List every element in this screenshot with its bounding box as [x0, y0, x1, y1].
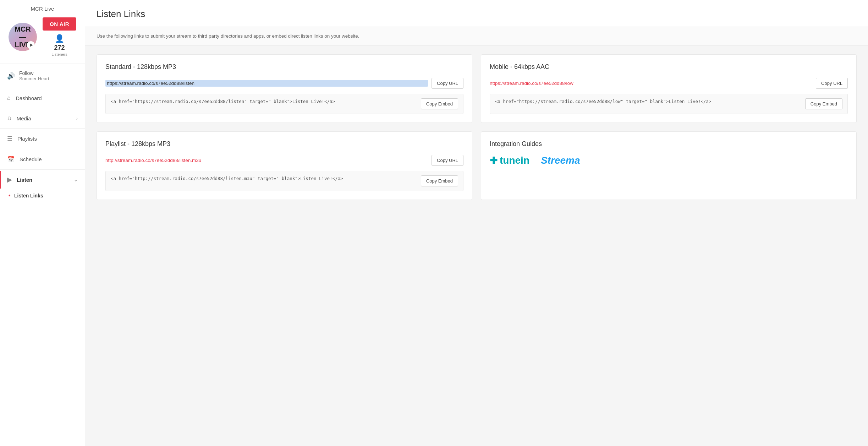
- tunein-label: tunein: [500, 155, 529, 166]
- streema-label: Streema: [541, 155, 580, 166]
- volume-icon: 🔊: [7, 72, 15, 80]
- music-icon: ♫: [7, 115, 12, 122]
- playlists-label: Playlists: [17, 136, 37, 142]
- sidebar-item-media[interactable]: ♫ Media ›: [0, 110, 85, 127]
- integration-logos: ✚ tunein Streema: [490, 155, 848, 166]
- streema-logo[interactable]: Streema: [541, 155, 580, 166]
- mobile-copy-url-button[interactable]: Copy URL: [816, 78, 848, 89]
- on-air-button[interactable]: ON AIR: [43, 17, 76, 31]
- dashboard-label: Dashboard: [16, 95, 42, 101]
- page-title: Listen Links: [97, 9, 857, 20]
- divider-1: [0, 64, 85, 64]
- mobile-copy-embed-button[interactable]: Copy Embed: [805, 98, 842, 109]
- list-icon: ☰: [7, 135, 12, 142]
- divider-5: [0, 149, 85, 149]
- divider-3: [0, 108, 85, 108]
- sidebar-item-schedule[interactable]: 📅 Schedule: [0, 151, 85, 168]
- divider-2: [0, 88, 85, 88]
- card-playlist: Playlist - 128kbps MP3 http://stream.rad…: [97, 131, 472, 200]
- house-icon: ⌂: [7, 94, 11, 102]
- chevron-right-icon: ›: [76, 116, 78, 121]
- standard-url: https://stream.radio.co/s7ee52dd88/liste…: [105, 80, 428, 87]
- play-button[interactable]: [27, 41, 35, 49]
- media-label: Media: [17, 115, 31, 121]
- card-mobile: Mobile - 64kbps AAC https://stream.radio…: [481, 54, 857, 123]
- card-integration-title: Integration Guides: [490, 140, 848, 148]
- listen-links-label: Listen Links: [14, 193, 43, 198]
- sidebar-item-follow[interactable]: 🔊 Follow Summer Heart: [0, 65, 85, 86]
- sidebar: MCR Live MCR—LIVE ON AIR 👤 272 Listeners…: [0, 0, 85, 446]
- avatar-section: MCR—LIVE ON AIR 👤 272 Listeners: [0, 15, 85, 62]
- card-mobile-title: Mobile - 64kbps AAC: [490, 63, 848, 71]
- sidebar-item-listen-links[interactable]: Listen Links: [0, 189, 85, 203]
- listen-label: Listen: [17, 177, 32, 183]
- tunein-plus-icon: ✚: [490, 155, 498, 166]
- playlist-copy-url-button[interactable]: Copy URL: [432, 155, 463, 166]
- playlist-embed-box: <a href="http://stream.radio.co/s7ee52dd…: [105, 171, 463, 191]
- standard-embed-code: <a href="https://stream.radio.co/s7ee52d…: [111, 98, 417, 105]
- avatar: MCR—LIVE: [9, 23, 37, 51]
- listeners-count: 272: [54, 44, 65, 51]
- card-standard: Standard - 128kbps MP3 https://stream.ra…: [97, 54, 472, 123]
- standard-url-row: https://stream.radio.co/s7ee52dd88/liste…: [105, 78, 463, 89]
- divider-6: [0, 169, 85, 170]
- playlist-embed-code: <a href="http://stream.radio.co/s7ee52dd…: [111, 175, 417, 182]
- listeners-icon: 👤: [55, 34, 64, 43]
- card-playlist-title: Playlist - 128kbps MP3: [105, 140, 463, 148]
- playlist-copy-embed-button[interactable]: Copy Embed: [421, 175, 458, 186]
- tunein-logo[interactable]: ✚ tunein: [490, 155, 529, 166]
- card-standard-title: Standard - 128kbps MP3: [105, 63, 463, 71]
- sidebar-item-dashboard[interactable]: ⌂ Dashboard: [0, 89, 85, 107]
- info-banner: Use the following links to submit your s…: [85, 27, 868, 46]
- play-icon: [30, 43, 33, 47]
- main-content: Listen Links Use the following links to …: [85, 0, 868, 446]
- mobile-embed-box: <a href="https://stream.radio.co/s7ee52d…: [490, 94, 848, 114]
- listeners-section: 👤 272 Listeners: [51, 34, 67, 56]
- follow-text: Follow Summer Heart: [19, 70, 49, 81]
- standard-copy-url-button[interactable]: Copy URL: [432, 78, 463, 89]
- station-name: MCR Live: [0, 0, 85, 15]
- calendar-icon: 📅: [7, 156, 15, 163]
- listeners-label: Listeners: [51, 52, 67, 56]
- card-integration: Integration Guides ✚ tunein Streema: [481, 131, 857, 200]
- mobile-url-row: https://stream.radio.co/s7ee52dd88/low C…: [490, 78, 848, 89]
- playlist-url-row: http://stream.radio.co/s7ee52dd88/listen…: [105, 155, 463, 166]
- schedule-label: Schedule: [20, 156, 42, 162]
- sidebar-item-playlists[interactable]: ☰ Playlists: [0, 130, 85, 147]
- play-nav-icon: ▶: [7, 176, 12, 184]
- page-header: Listen Links: [85, 0, 868, 27]
- sidebar-item-listen[interactable]: ▶ Listen ⌄: [0, 171, 85, 189]
- mobile-url: https://stream.radio.co/s7ee52dd88/low: [490, 81, 812, 86]
- mobile-embed-code: <a href="https://stream.radio.co/s7ee52d…: [495, 98, 802, 105]
- standard-embed-box: <a href="https://stream.radio.co/s7ee52d…: [105, 94, 463, 114]
- divider-4: [0, 128, 85, 129]
- standard-copy-embed-button[interactable]: Copy Embed: [421, 98, 458, 109]
- playlist-url: http://stream.radio.co/s7ee52dd88/listen…: [105, 158, 428, 163]
- cards-grid: Standard - 128kbps MP3 https://stream.ra…: [85, 46, 868, 208]
- chevron-down-icon: ⌄: [74, 177, 78, 183]
- info-text: Use the following links to submit your s…: [97, 33, 359, 39]
